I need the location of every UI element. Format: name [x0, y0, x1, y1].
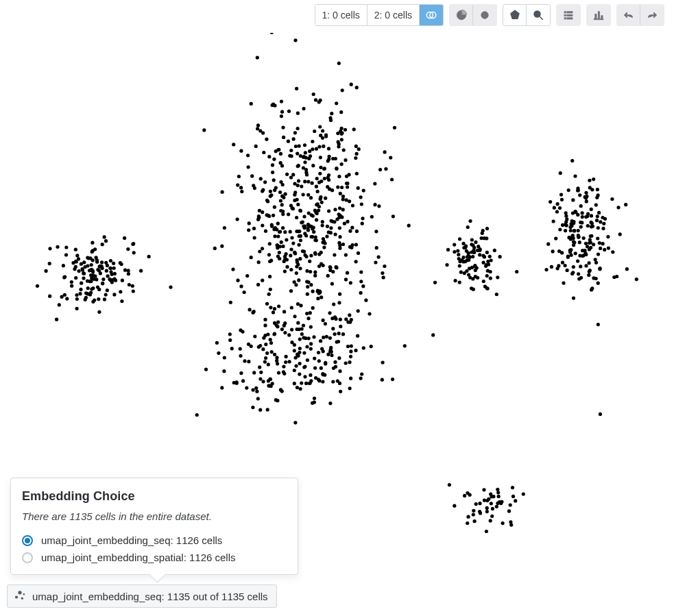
svg-point-709: [239, 347, 242, 351]
bar-chart-toggle-button[interactable]: [587, 5, 610, 25]
svg-point-1091: [601, 227, 605, 230]
svg-point-477: [381, 271, 384, 275]
svg-point-515: [302, 250, 306, 254]
undo-button[interactable]: [617, 5, 640, 25]
svg-point-364: [269, 288, 272, 291]
svg-point-326: [256, 56, 259, 60]
svg-point-1097: [549, 200, 552, 204]
svg-point-835: [195, 413, 199, 417]
svg-point-737: [305, 345, 309, 348]
svg-point-1031: [588, 241, 591, 245]
svg-point-276: [302, 166, 305, 169]
svg-point-362: [257, 260, 261, 264]
redo-button[interactable]: [640, 5, 664, 25]
embedding-status-dropdown[interactable]: umap_joint_embedding_seq: 1135 out of 11…: [7, 584, 277, 608]
selection-set-2-button[interactable]: 2: 0 cells: [368, 5, 420, 25]
legend-toggle-button[interactable]: [557, 5, 580, 25]
svg-point-622: [321, 136, 324, 140]
svg-point-259: [269, 338, 272, 341]
svg-point-1048: [558, 206, 562, 210]
svg-point-1117: [514, 499, 517, 502]
pie-mode-button[interactable]: [450, 5, 473, 25]
svg-point-1055: [624, 203, 627, 206]
svg-point-135: [106, 288, 109, 292]
svg-point-951: [555, 210, 559, 213]
selection-set-1-button[interactable]: 1: 0 cells: [315, 5, 368, 25]
svg-point-344: [333, 253, 336, 256]
svg-point-54: [80, 282, 83, 285]
svg-point-742: [258, 365, 261, 369]
svg-point-838: [485, 274, 489, 278]
svg-point-509: [279, 180, 282, 184]
svg-point-990: [635, 278, 638, 281]
svg-point-605: [337, 216, 341, 219]
svg-point-1114: [474, 502, 478, 506]
svg-point-296: [298, 230, 301, 233]
svg-point-585: [278, 245, 282, 248]
svg-point-966: [571, 198, 575, 201]
svg-point-416: [311, 147, 314, 151]
svg-point-784: [337, 340, 340, 343]
svg-point-668: [217, 352, 220, 355]
svg-point-831: [325, 335, 328, 338]
svg-point-506: [337, 140, 340, 143]
svg-point-82: [120, 262, 123, 266]
svg-point-1009: [553, 206, 556, 210]
svg-point-142: [95, 260, 99, 264]
svg-point-103: [91, 286, 95, 290]
svg-point-561: [355, 230, 359, 233]
zoom-in-icon: [532, 9, 544, 21]
svg-point-467: [283, 255, 287, 258]
embedding-scatter-plot[interactable]: [0, 33, 674, 554]
svg-point-117: [112, 262, 115, 265]
embedding-option-1[interactable]: umap_joint_embedding_spatial: 1126 cells: [22, 549, 287, 566]
svg-point-232: [283, 270, 287, 273]
svg-point-916: [467, 273, 470, 277]
svg-point-341: [362, 189, 365, 193]
svg-point-342: [341, 243, 345, 246]
svg-point-453: [364, 299, 368, 302]
svg-point-381: [298, 243, 301, 247]
svg-point-353: [407, 224, 411, 227]
chart-toggle-group: [586, 4, 611, 26]
svg-point-492: [281, 126, 285, 130]
svg-point-578: [281, 245, 285, 248]
svg-point-482: [317, 145, 321, 149]
svg-point-436: [359, 195, 363, 199]
svg-point-1050: [550, 265, 553, 269]
svg-point-216: [295, 87, 298, 90]
svg-point-217: [330, 112, 333, 115]
svg-point-1062: [594, 204, 598, 207]
svg-point-780: [313, 397, 316, 400]
svg-point-299: [320, 201, 324, 204]
svg-rect-12: [564, 18, 566, 19]
svg-point-130: [86, 286, 90, 290]
svg-point-136: [95, 256, 98, 259]
svg-point-641: [341, 332, 345, 336]
overlap-mode-button[interactable]: [420, 5, 443, 25]
svg-point-626: [302, 107, 305, 110]
svg-point-764: [381, 378, 384, 382]
svg-point-474: [344, 128, 347, 132]
svg-point-750: [255, 390, 258, 393]
svg-point-895: [477, 245, 480, 248]
dot-mode-button[interactable]: [473, 5, 496, 25]
svg-point-924: [461, 260, 465, 263]
svg-point-995: [556, 202, 559, 206]
svg-point-1084: [558, 227, 562, 231]
svg-point-245: [285, 238, 288, 241]
svg-point-145: [131, 284, 134, 288]
svg-point-222: [348, 199, 351, 203]
zoom-to-selection-button[interactable]: [527, 5, 550, 25]
svg-point-280: [335, 101, 338, 105]
svg-point-921: [458, 281, 461, 284]
svg-point-636: [339, 192, 342, 195]
svg-point-1012: [598, 267, 601, 271]
svg-point-908: [481, 232, 484, 235]
svg-point-1049: [602, 222, 605, 225]
svg-point-888: [470, 238, 474, 241]
svg-point-710: [304, 382, 308, 385]
lasso-select-button[interactable]: [503, 5, 527, 25]
svg-point-149: [48, 262, 51, 265]
embedding-option-0[interactable]: umap_joint_embedding_seq: 1126 cells: [22, 532, 287, 549]
